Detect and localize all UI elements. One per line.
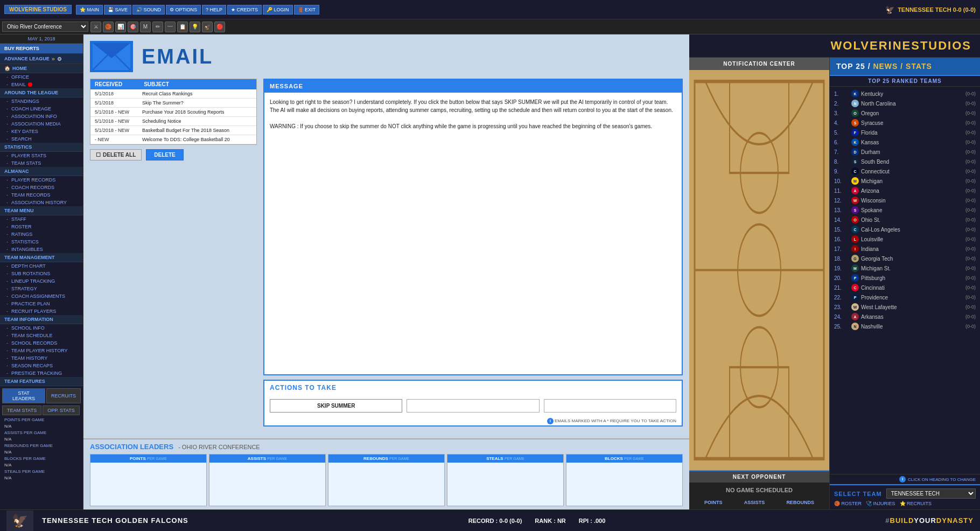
select-team-dropdown[interactable]: TENNESSEE TECH — [886, 488, 976, 499]
icon-btn-3[interactable]: 📊 — [115, 22, 126, 32]
sidebar-office[interactable]: -OFFICE — [0, 73, 83, 81]
sidebar-team-history[interactable]: -TEAM HISTORY — [0, 354, 83, 362]
nav-options[interactable]: ⚙ OPTIONS — [166, 5, 201, 15]
sidebar-team-stats[interactable]: -TEAM STATS — [0, 159, 83, 167]
top25-item-17[interactable]: 17. I Indiana (0-0) — [830, 244, 980, 254]
top25-item-15[interactable]: 15. C Cal-Los Angeles (0-0) — [830, 225, 980, 234]
sidebar-strategy[interactable]: -STRATEGY — [0, 285, 83, 292]
team-stats-tab[interactable]: TEAM STATS — [2, 406, 41, 415]
sidebar-email[interactable]: -EMAIL — [0, 81, 83, 88]
top25-item-16[interactable]: 16. L Louisville (0-0) — [830, 234, 980, 244]
buy-reports-btn[interactable]: BUY REPORTS — [0, 44, 83, 54]
email-row-4[interactable]: 5/1/2018 - NEW Scheduling Notice — [90, 117, 256, 126]
sidebar-depth-chart[interactable]: -DEPTH CHART — [0, 262, 83, 270]
icon-btn-8[interactable]: 📋 — [177, 22, 188, 32]
roster-link[interactable]: 🏀 ROSTER — [834, 501, 862, 506]
nav-save[interactable]: 💾 SAVE — [104, 5, 131, 15]
sidebar-coach-records[interactable]: -COACH RECORDS — [0, 184, 83, 191]
sidebar-search[interactable]: -SEARCH — [0, 135, 83, 143]
top25-item-13[interactable]: 13. S Spokane (0-0) — [830, 205, 980, 215]
nav-main[interactable]: ⭐ MAIN — [76, 5, 103, 15]
icon-btn-4[interactable]: 🎯 — [128, 22, 138, 32]
advance-settings-icon[interactable]: ⚙ — [57, 56, 62, 62]
icon-btn-6[interactable]: ✏ — [152, 22, 163, 32]
sidebar-coach-lineage[interactable]: -COACH LINEAGE — [0, 105, 83, 113]
top25-item-10[interactable]: 10. M Michigan (0-0) — [830, 176, 980, 186]
top25-item-9[interactable]: 9. C Connecticut (0-0) — [830, 166, 980, 176]
sidebar-standings[interactable]: -STANDINGS — [0, 97, 83, 105]
recruits-link[interactable]: ⭐ RECRUITS — [900, 501, 932, 506]
stat-leaders-tab[interactable]: STAT LEADERS — [2, 388, 45, 403]
icon-btn-7[interactable]: 〰 — [165, 22, 176, 32]
top25-item-18[interactable]: 18. G Georgia Tech (0-0) — [830, 254, 980, 263]
top25-item-2[interactable]: 2. N North Carolina (0-0) — [830, 99, 980, 108]
top25-item-11[interactable]: 11. A Arizona (0-0) — [830, 186, 980, 195]
icon-btn-10[interactable]: 🦅 — [202, 22, 213, 32]
sidebar-coach-assign[interactable]: -COACH ASSIGNMENTS — [0, 292, 83, 300]
top25-item-21[interactable]: 21. C Cincinnati (0-0) — [830, 283, 980, 292]
icon-btn-2[interactable]: 🏀 — [103, 22, 114, 32]
sidebar-team-schedule[interactable]: -TEAM SCHEDULE — [0, 332, 83, 339]
top25-item-8[interactable]: 8. S South Bend (0-0) — [830, 157, 980, 166]
next-opp-stats: POINTS ASSISTS REBOUNDS — [689, 498, 829, 509]
top25-item-3[interactable]: 3. O Oregon (0-0) — [830, 108, 980, 118]
action-btn-3[interactable] — [544, 399, 676, 413]
nav-help[interactable]: ? HELP — [202, 5, 226, 15]
email-row-2[interactable]: 5/1/2018 Skip The Summer? — [90, 99, 256, 108]
skip-summer-button[interactable]: SKIP SUMMER — [270, 399, 402, 413]
conference-select[interactable]: Ohio River Conference — [2, 22, 88, 32]
sidebar-recruit-players[interactable]: -RECRUIT PLAYERS — [0, 308, 83, 315]
sidebar-assoc-media[interactable]: -ASSOCIATION MEDIA — [0, 120, 83, 128]
icon-btn-11[interactable]: 🔴 — [214, 22, 225, 32]
sidebar-ratings[interactable]: -RATINGS — [0, 230, 83, 238]
sidebar-season-recaps[interactable]: -SEASON RECAPS — [0, 362, 83, 369]
sidebar-assoc-info[interactable]: -ASSOCIATION INFO — [0, 113, 83, 120]
top25-item-6[interactable]: 6. K Kansas (0-0) — [830, 137, 980, 147]
sidebar-player-records[interactable]: -PLAYER RECORDS — [0, 176, 83, 184]
icon-btn-1[interactable]: ⚔ — [90, 22, 101, 32]
opp-stats-tab[interactable]: OPP. STATS — [43, 406, 80, 415]
sidebar-sub-rotations[interactable]: -SUB ROTATIONS — [0, 270, 83, 277]
top25-item-22[interactable]: 22. P Providence (0-0) — [830, 292, 980, 302]
injuries-link[interactable]: 🩺 INJURIES — [866, 501, 895, 506]
sidebar-roster[interactable]: -ROSTER — [0, 223, 83, 230]
sidebar-school-info[interactable]: -SCHOOL INFO — [0, 324, 83, 332]
top25-item-7[interactable]: 7. D Durham (0-0) — [830, 147, 980, 157]
top25-item-20[interactable]: 20. P Pittsburgh (0-0) — [830, 273, 980, 283]
sidebar-team-records[interactable]: -TEAM RECORDS — [0, 191, 83, 199]
icon-btn-9[interactable]: 💡 — [190, 22, 200, 32]
top25-item-25[interactable]: 25. N Nashville (0-0) — [830, 322, 980, 331]
top25-item-24[interactable]: 24. A Arkansas (0-0) — [830, 312, 980, 322]
action-btn-2[interactable] — [407, 399, 539, 413]
icon-btn-5[interactable]: M — [140, 22, 151, 32]
top25-item-12[interactable]: 12. W Wisconsin (0-0) — [830, 195, 980, 205]
top25-item-19[interactable]: 19. M Michigan St. (0-0) — [830, 263, 980, 273]
nav-exit[interactable]: 🚪 EXIT — [294, 5, 320, 15]
top25-item-23[interactable]: 23. W West Lafayette (0-0) — [830, 302, 980, 312]
recruits-tab[interactable]: RECRUITS — [46, 388, 81, 403]
nav-sound[interactable]: 🔊 SOUND — [132, 5, 165, 15]
sidebar-lineup-tracking[interactable]: -LINEUP TRACKING — [0, 277, 83, 285]
email-row-5[interactable]: 5/1/2018 - NEW Basketball Budget For The… — [90, 126, 256, 135]
top25-item-4[interactable]: 4. S Syracuse (0-0) — [830, 118, 980, 128]
sidebar-staff[interactable]: -STAFF — [0, 215, 83, 223]
email-row-6[interactable]: - NEW Welcome To DDS: College Basketball… — [90, 135, 256, 144]
sidebar-player-stats[interactable]: -PLAYER STATS — [0, 152, 83, 159]
sidebar-key-dates[interactable]: -KEY DATES — [0, 128, 83, 135]
sidebar-assoc-history[interactable]: -ASSOCIATION HISTORY — [0, 199, 83, 206]
delete-button[interactable]: DELETE — [146, 149, 183, 160]
sidebar-intangibles[interactable]: -INTANGIBLES — [0, 246, 83, 253]
email-row-1[interactable]: 5/1/2018 Recruit Class Rankings — [90, 89, 256, 99]
top25-item-1[interactable]: 1. K Kentucky (0-0) — [830, 89, 980, 99]
nav-login[interactable]: 🔑 LOGIN — [263, 5, 293, 15]
email-row-3[interactable]: 5/1/2018 - NEW Purchase Your 2018 Scouti… — [90, 108, 256, 117]
sidebar-practice-plan[interactable]: -PRACTICE PLAN — [0, 300, 83, 308]
top25-item-14[interactable]: 14. O Ohio St. (0-0) — [830, 215, 980, 225]
sidebar-team-player-hist[interactable]: -TEAM PLAYER HISTORY — [0, 347, 83, 354]
top25-item-5[interactable]: 5. F Florida (0-0) — [830, 128, 980, 137]
sidebar-school-records[interactable]: -SCHOOL RECORDS — [0, 339, 83, 347]
nav-credits[interactable]: ★ CREDITS — [227, 5, 262, 15]
sidebar-prestige-tracking[interactable]: -PRESTIGE TRACKING — [0, 369, 83, 377]
sidebar-statistics[interactable]: -STATISTICS — [0, 238, 83, 246]
delete-all-button[interactable]: ☐ DELETE ALL — [90, 149, 142, 160]
